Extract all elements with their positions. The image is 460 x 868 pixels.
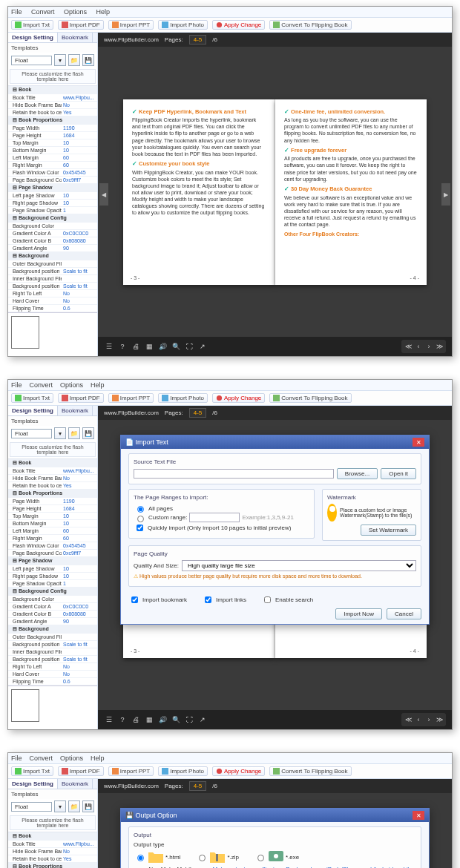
template-hint: Please customize the flash template here (10, 69, 96, 84)
svg-rect-5 (273, 22, 280, 28)
page-left: Keep PDF Hyperlink, Bookmark and TextFli… (123, 99, 275, 285)
convert-book-button[interactable]: Convert To Flipping Book (269, 20, 351, 30)
next-edge-button[interactable]: ▶ (441, 183, 450, 206)
fullscreen-icon[interactable]: ⛶ (184, 341, 194, 352)
next-button[interactable]: › (424, 341, 434, 352)
book: Keep PDF Hyperlink, Bookmark and TextFli… (98, 47, 452, 337)
all-pages-radio[interactable]: All pages (134, 504, 309, 513)
preview-area: www.FlipBuilder.com Pages: 4-5 /6 ◀ ▶ Ke… (98, 33, 452, 356)
import-ppt-button[interactable]: Import PPT (108, 20, 154, 30)
template-save-button[interactable]: 💾 (82, 54, 94, 66)
window-main: File Convert Options Help Import Txt Imp… (7, 6, 453, 357)
brand: www.FlipBuilder.com (104, 36, 159, 43)
svg-rect-1 (62, 22, 68, 28)
window-output: FileConvertOptionsHelp Import Txt Import… (7, 752, 453, 868)
import-photo-button[interactable]: Import Photo (158, 20, 208, 30)
quality-select[interactable]: High quality large file size (182, 560, 416, 571)
tab-bookmark[interactable]: Bookmark (58, 33, 93, 42)
output-dialog: 💾 Output Option✕ Output Output type *.ht… (120, 808, 430, 868)
text-icon (15, 22, 22, 28)
menu-options[interactable]: Options (64, 8, 87, 16)
svg-rect-6 (15, 395, 22, 401)
tab-design[interactable]: Design Setting (8, 33, 58, 42)
cancel-button[interactable]: Cancel (387, 608, 421, 619)
set-watermark-button[interactable]: Set Watermark (361, 525, 416, 536)
watermark-icon (327, 504, 337, 522)
template-apply-button[interactable]: ▾ (54, 54, 66, 66)
thumbs-icon[interactable]: ▦ (144, 341, 154, 352)
zoom-icon[interactable]: 🔍 (171, 341, 181, 352)
svg-rect-13 (62, 768, 68, 775)
apply-change-button[interactable]: Apply Change (212, 20, 265, 30)
template-open-button[interactable]: 📁 (68, 54, 80, 66)
quick-import-checkbox[interactable]: Quickly import (Only import 10 pages to … (134, 522, 309, 533)
menu-file[interactable]: File (11, 8, 22, 16)
enable-search-checkbox[interactable]: Enable search (261, 594, 313, 605)
print-icon[interactable]: 🖨 (131, 341, 141, 352)
menu-convert[interactable]: Convert (31, 8, 55, 16)
left-panel: Design SettingBookmark Templates Float ▾… (8, 33, 98, 356)
share-icon[interactable]: ↗ (197, 341, 208, 352)
import-dialog: 📄 Import Text✕ Source Text File Browse..… (120, 435, 430, 625)
close-button[interactable]: ✕ (413, 438, 424, 447)
import-txt-button[interactable]: Import Txt (11, 20, 53, 30)
svg-rect-18 (216, 854, 218, 861)
svg-rect-17 (273, 768, 280, 775)
index-icon[interactable]: ☰ (104, 341, 114, 352)
svg-rect-12 (15, 768, 22, 775)
preview-controls: ☰ ? 🖨 ▦ 🔊 🔍 ⛶ ↗ ≪ ‹ › ≫ (98, 337, 452, 356)
svg-rect-9 (162, 395, 168, 401)
import-bookmark-checkbox[interactable]: Import bookmark (128, 594, 187, 605)
template-select[interactable]: Float (11, 56, 52, 65)
page-total: /6 (212, 36, 217, 43)
photo-icon (162, 22, 168, 28)
svg-point-16 (217, 769, 222, 774)
open-button[interactable]: Open it (381, 468, 416, 479)
menubar: File Convert Options Help (8, 7, 452, 18)
pdf-icon (62, 22, 68, 28)
custom-range-radio[interactable]: Custom range: Example:1,3,5,9-21 (134, 513, 309, 522)
pages-label: Pages: (165, 36, 183, 43)
apply-icon (216, 22, 223, 28)
import-now-button[interactable]: Import Now (335, 608, 382, 619)
svg-rect-15 (162, 768, 168, 775)
svg-point-20 (274, 854, 278, 858)
ppt-icon (112, 22, 119, 28)
sound-icon[interactable]: 🔊 (157, 341, 168, 352)
svg-rect-3 (162, 22, 168, 28)
svg-rect-2 (112, 22, 119, 28)
templates-label: Templates (8, 43, 97, 53)
prev-edge-button[interactable]: ◀ (99, 183, 108, 206)
first-button[interactable]: ≪ (403, 341, 413, 352)
browse-button[interactable]: Browse... (337, 468, 378, 479)
page-right: One-time fee, unlimited conversion.As lo… (275, 99, 427, 285)
window-import: FileConvertOptionsHelp Import Txt Import… (7, 379, 453, 730)
output-exe-radio[interactable]: *.exe (254, 851, 299, 863)
close-button[interactable]: ✕ (413, 811, 424, 820)
source-file-input[interactable] (134, 469, 334, 479)
svg-rect-8 (112, 395, 119, 401)
import-links-checkbox[interactable]: Import links (202, 594, 246, 605)
svg-rect-7 (62, 395, 68, 401)
svg-rect-14 (112, 768, 119, 775)
svg-rect-11 (273, 395, 280, 401)
last-button[interactable]: ≫ (434, 341, 444, 352)
property-table: ⊟ BookBook Titlewww.Flipbu...Hide Book F… (8, 85, 97, 312)
help-icon[interactable]: ? (117, 341, 128, 352)
prev-button[interactable]: ‹ (413, 341, 424, 352)
import-pdf-button[interactable]: Import PDF (58, 20, 104, 30)
source-label: Source Text File (134, 458, 416, 465)
svg-point-4 (217, 22, 222, 27)
output-html-radio[interactable]: *.html (134, 851, 180, 863)
menu-help[interactable]: Help (96, 8, 111, 16)
svg-point-10 (217, 395, 222, 401)
convert-icon (273, 22, 280, 28)
toolbar: Import Txt Import PDF Import PPT Import … (8, 18, 452, 33)
dialog-title: 📄 Import Text (125, 438, 168, 446)
quality-warning: High values produce better page quality … (134, 571, 416, 582)
page-input[interactable]: 4-5 (189, 35, 207, 45)
thumbnail[interactable] (11, 316, 39, 349)
svg-rect-0 (15, 22, 22, 28)
output-zip-radio[interactable]: *.zip (195, 851, 239, 863)
